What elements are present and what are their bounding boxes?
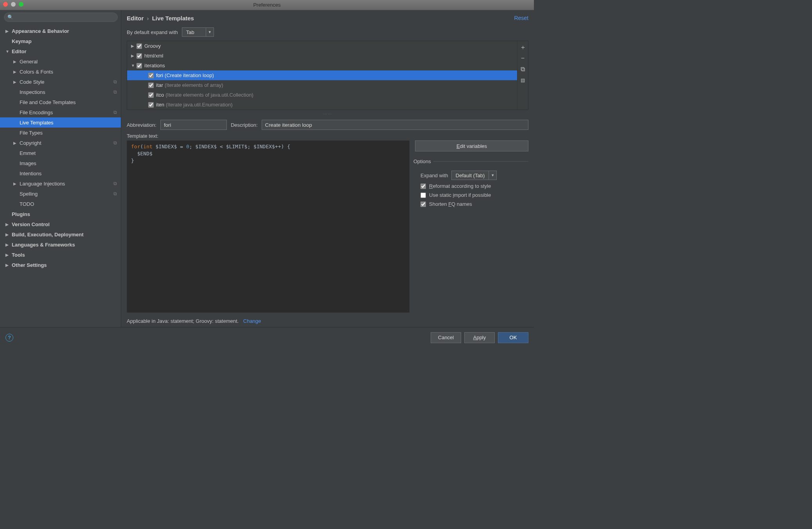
change-context-button[interactable]: ▤ [518,76,528,85]
sidebar-item-label: File Types [20,130,43,136]
breadcrumb-separator: › [147,15,149,22]
sidebar-item-spelling[interactable]: Spelling⧉ [0,189,121,199]
template-checkbox[interactable] [148,102,154,108]
expand-with-value: Default (Tab) [452,173,489,178]
sidebar-item-copyright[interactable]: ▶Copyright⧉ [0,138,121,148]
default-expand-combo[interactable]: Tab ▼ [182,27,214,37]
template-group-html-xml[interactable]: ▶html/xml [127,51,517,61]
sidebar-item-file-and-code-templates[interactable]: File and Code Templates [0,97,121,107]
maximize-window-icon[interactable] [19,2,23,7]
sidebar-item-file-types[interactable]: File Types [0,128,121,138]
main-area: 🔍 ▶Appearance & BehaviorKeymap▼Editor▶Ge… [0,10,534,327]
dialog-footer: ? Cancel Apply OK [0,327,534,347]
template-description: (Iterate elements of java.util.Collectio… [165,92,253,98]
abbreviation-input[interactable] [160,120,227,130]
options-group: Options Expand with Default (Tab) ▼ [415,158,528,207]
sidebar-item-intentions[interactable]: Intentions [0,168,121,178]
description-label: Description: [231,122,258,128]
preferences-window: Preferences 🔍 ▶Appearance & BehaviorKeym… [0,0,534,347]
sidebar-item-keymap[interactable]: Keymap [0,36,121,46]
reformat-checkbox[interactable] [420,184,426,189]
cancel-button[interactable]: Cancel [431,332,461,343]
chevron-down-icon: ▼ [206,28,214,36]
remove-template-button[interactable]: − [518,54,528,63]
sidebar-item-label: File Encodings [20,110,53,115]
template-group-iterations[interactable]: ▼iterations [127,61,517,70]
breadcrumb-current: Live Templates [152,15,194,22]
sidebar-tree: ▶Appearance & BehaviorKeymap▼Editor▶Gene… [0,24,121,327]
sidebar-item-images[interactable]: Images [0,158,121,168]
sidebar-item-editor[interactable]: ▼Editor [0,46,121,56]
scope-icon: ⧉ [113,79,117,85]
sidebar-item-plugins[interactable]: Plugins [0,209,121,219]
window-controls [3,2,23,7]
group-checkbox[interactable] [137,43,142,49]
shorten-fq-option[interactable]: Shorten FQ names [415,201,528,207]
sidebar-item-colors-fonts[interactable]: ▶Colors & Fonts [0,67,121,77]
breadcrumb: Editor › Live Templates [127,15,194,22]
chevron-icon: ▶ [13,182,18,186]
apply-button[interactable]: Apply [464,332,495,343]
sidebar-item-label: Tools [12,252,25,258]
splitter-handle[interactable]: ⋯⋯ [121,112,534,117]
template-detail: Abbreviation: Description: Template text… [121,117,534,327]
applicable-text: Applicable in Java: statement; Groovy: s… [127,318,239,324]
default-expand-value: Tab [182,29,206,35]
chevron-icon: ▶ [5,232,10,237]
abbreviation-label: Abbreviation: [127,122,156,128]
copy-template-button[interactable]: ⧉ [518,65,528,74]
template-item-itar[interactable]: itar (Iterate elements of array) [127,80,517,90]
sidebar-item-version-control[interactable]: ▶Version Control [0,219,121,229]
sidebar-item-language-injections[interactable]: ▶Language Injections⧉ [0,178,121,189]
sidebar-item-other-settings[interactable]: ▶Other Settings [0,260,121,270]
chevron-icon: ▼ [5,49,10,54]
sidebar-item-todo[interactable]: TODO [0,199,121,209]
sidebar-item-label: Copyright [20,140,41,146]
sidebar-item-languages-frameworks[interactable]: ▶Languages & Frameworks [0,239,121,250]
sidebar-item-live-templates[interactable]: Live Templates [0,117,121,128]
group-checkbox[interactable] [137,63,142,68]
sidebar-item-label: Plugins [12,211,30,217]
content-header: Editor › Live Templates Reset [121,10,534,26]
sidebar-item-label: TODO [20,201,34,207]
static-import-checkbox[interactable] [420,193,426,198]
sidebar-item-general[interactable]: ▶General [0,56,121,67]
ok-button[interactable]: OK [498,332,528,343]
template-text-input[interactable]: for(int $INDEX$ = 0; $INDEX$ < $LIMIT$; … [127,140,410,313]
sidebar-item-inspections[interactable]: Inspections⧉ [0,87,121,97]
add-template-button[interactable]: ＋ [518,43,528,52]
search-input[interactable]: 🔍 [4,13,118,22]
help-button[interactable]: ? [5,334,13,342]
reset-link[interactable]: Reset [514,15,528,21]
sidebar-item-label: Code Style [20,79,45,85]
minimize-window-icon[interactable] [11,2,16,7]
shorten-fq-checkbox[interactable] [420,202,426,207]
template-item-itco[interactable]: itco (Iterate elements of java.util.Coll… [127,90,517,100]
template-group-groovy[interactable]: ▶Groovy [127,41,517,51]
options-title: Options [413,158,433,164]
sidebar-item-build-execution-deployment[interactable]: ▶Build, Execution, Deployment [0,229,121,239]
chevron-icon: ▶ [13,80,18,84]
sidebar-item-label: General [20,59,38,65]
close-window-icon[interactable] [3,2,8,7]
description-input[interactable] [262,120,528,130]
edit-variables-button[interactable]: Edit variables [415,140,528,151]
sidebar-item-appearance-behavior[interactable]: ▶Appearance & Behavior [0,26,121,36]
template-item-iten[interactable]: iten (Iterate java.util.Enumeration) [127,100,517,110]
sidebar-item-label: Spelling [20,191,38,197]
sidebar-item-tools[interactable]: ▶Tools [0,250,121,260]
template-checkbox[interactable] [148,83,154,88]
change-context-link[interactable]: Change [243,318,261,324]
sidebar-item-file-encodings[interactable]: File Encodings⧉ [0,107,121,117]
static-import-option[interactable]: Use static import if possible [415,192,528,198]
expand-with-combo[interactable]: Default (Tab) ▼ [451,171,497,180]
sidebar-item-emmet[interactable]: Emmet [0,148,121,158]
reformat-option[interactable]: Reformat according to style [415,183,528,189]
scope-icon: ⧉ [113,191,117,196]
template-checkbox[interactable] [148,73,154,78]
sidebar-item-code-style[interactable]: ▶Code Style⧉ [0,77,121,87]
template-item-fori[interactable]: fori (Create iteration loop) [127,70,517,80]
titlebar: Preferences [0,0,534,10]
group-checkbox[interactable] [137,53,142,59]
template-checkbox[interactable] [148,92,154,98]
